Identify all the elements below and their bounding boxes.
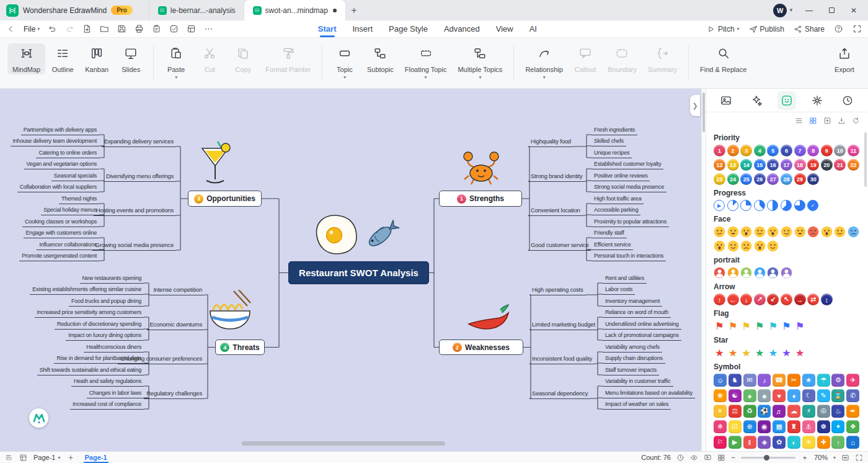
portrait-sticker[interactable] <box>727 267 739 279</box>
priority-sticker-29[interactable]: 29 <box>794 173 806 185</box>
star-sticker[interactable]: ★ <box>794 347 806 359</box>
symbol-sticker[interactable]: ⚽ <box>758 405 771 418</box>
face-sticker[interactable] <box>740 226 752 238</box>
star-sticker[interactable]: ★ <box>727 347 739 359</box>
symbol-sticker[interactable]: ✎ <box>817 389 830 402</box>
priority-sticker-1[interactable]: 1 <box>714 145 725 156</box>
arrow-sticker[interactable]: ↖ <box>781 294 792 305</box>
symbol-sticker[interactable]: ◈ <box>758 436 771 449</box>
flag-sticker[interactable]: ⚑ <box>754 320 766 332</box>
symbol-sticker[interactable]: ♜ <box>787 420 800 433</box>
symbol-sticker[interactable]: ♪ <box>758 374 771 387</box>
leaf-topic[interactable]: Labor costs <box>603 285 635 295</box>
leaf-topic[interactable]: Staff turnover impacts <box>603 366 659 375</box>
leaf-topic[interactable]: Food trucks and popup dining <box>69 297 144 307</box>
layout-icon[interactable] <box>187 24 196 34</box>
fish-image[interactable] <box>361 213 402 255</box>
tab-page-style[interactable]: Page Style <box>389 20 428 37</box>
symbol-sticker[interactable]: ♞ <box>728 374 742 387</box>
main-topic-weaknesses[interactable]: 2Weaknesses <box>439 339 523 355</box>
priority-sticker-24[interactable]: 24 <box>727 173 739 185</box>
zoom-out-button[interactable]: − <box>731 453 735 462</box>
leaf-topic[interactable]: Reliance on word of mouth <box>603 308 671 318</box>
leaf-topic[interactable]: Catering to online orders <box>36 148 99 158</box>
find-replace-button[interactable]: Find & Replace <box>695 43 751 74</box>
face-sticker[interactable] <box>714 226 725 238</box>
leaf-topic[interactable]: Existing establishments offering similar… <box>30 285 144 295</box>
symbol-sticker[interactable]: ✚ <box>817 436 830 449</box>
grid-view-icon[interactable] <box>717 454 725 462</box>
face-sticker[interactable] <box>754 226 766 238</box>
subtopic[interactable]: Strong brand identity <box>528 171 585 182</box>
pitch-button[interactable]: Pitch▾ <box>707 25 740 34</box>
leaf-topic[interactable]: Proximity to popular attractions <box>591 217 669 227</box>
symbol-sticker[interactable]: ⚐ <box>714 436 727 449</box>
subtopic[interactable]: Convenient location <box>528 205 583 216</box>
list-view-icon[interactable] <box>795 117 803 125</box>
arrow-sticker[interactable]: ↗ <box>754 294 766 305</box>
priority-sticker-3[interactable]: 3 <box>740 145 752 156</box>
preview-icon[interactable] <box>690 454 698 462</box>
noodles-image[interactable] <box>206 290 254 335</box>
star-sticker[interactable]: ★ <box>714 347 725 359</box>
portrait-sticker[interactable] <box>767 267 779 279</box>
progress-sticker[interactable] <box>781 200 792 211</box>
redo-icon[interactable] <box>65 24 74 34</box>
leaf-topic[interactable]: Cooking classes or workshops <box>22 217 99 227</box>
leaf-topic[interactable]: Strong social media presence <box>591 182 666 192</box>
symbol-sticker[interactable]: ♨ <box>831 405 844 418</box>
progress-sticker[interactable] <box>740 200 751 211</box>
leaf-topic[interactable]: Changes in labor laws <box>87 389 144 398</box>
symbol-sticker[interactable]: ☯ <box>728 389 742 402</box>
star-sticker[interactable]: ★ <box>781 347 792 359</box>
portrait-sticker[interactable] <box>714 267 725 279</box>
progress-sticker[interactable] <box>767 200 778 211</box>
page-selector[interactable]: Page-1▾ <box>33 454 61 461</box>
leaf-topic[interactable]: Partnerships with delivery apps <box>21 125 99 135</box>
flag-sticker[interactable]: ⚑ <box>727 320 739 332</box>
help-icon[interactable] <box>834 24 843 34</box>
symbol-sticker[interactable]: ✂ <box>787 374 800 387</box>
priority-sticker-27[interactable]: 27 <box>767 173 779 185</box>
task-icon[interactable] <box>169 24 179 34</box>
zoom-level[interactable]: 70% <box>814 454 828 461</box>
main-topic-strengths[interactable]: 1Strengths <box>439 191 522 207</box>
flag-sticker[interactable]: ⚑ <box>740 320 752 332</box>
tab-ai[interactable]: AI <box>529 20 537 37</box>
fullscreen-icon[interactable] <box>852 24 862 34</box>
symbol-sticker[interactable]: ♣ <box>758 389 771 402</box>
symbol-sticker[interactable]: ♻ <box>743 405 756 418</box>
progress-sticker[interactable]: ▶ <box>714 200 725 211</box>
flag-sticker[interactable]: ⚑ <box>767 320 779 332</box>
symbol-sticker[interactable]: ☸ <box>817 420 830 433</box>
subtopic[interactable]: Good customer service <box>528 240 591 251</box>
horizontal-scrollbar[interactable] <box>242 441 445 446</box>
face-sticker[interactable] <box>794 226 806 238</box>
face-sticker[interactable] <box>740 240 752 252</box>
page-tab[interactable]: Page-1 <box>81 454 111 461</box>
leaf-topic[interactable]: Accessible parking <box>591 205 640 215</box>
progress-sticker[interactable] <box>727 200 738 211</box>
symbol-sticker[interactable]: ▶ <box>728 436 742 449</box>
multiple-topics-button[interactable]: Multiple Topics▾ <box>453 43 507 81</box>
flag-sticker[interactable]: ⚑ <box>794 320 806 332</box>
arrow-sticker[interactable]: ↕ <box>821 294 833 305</box>
cocktail-image[interactable] <box>197 140 233 192</box>
symbol-sticker[interactable]: ⚡ <box>802 405 815 418</box>
minimize-button[interactable]: — <box>802 6 816 15</box>
refresh-icon[interactable] <box>852 117 860 125</box>
leaf-topic[interactable]: Positive online reviews <box>591 171 650 181</box>
insert-icon[interactable] <box>823 117 831 125</box>
vertical-scrollbar[interactable] <box>701 89 706 451</box>
subtopic[interactable]: Regulatory challenges <box>144 389 205 399</box>
symbol-sticker[interactable]: ☑ <box>728 420 742 433</box>
priority-sticker-30[interactable]: 30 <box>807 173 819 185</box>
clipart-tab-icon[interactable] <box>717 91 735 110</box>
priority-sticker-5[interactable]: 5 <box>767 145 779 156</box>
leaf-topic[interactable]: High foot traffic area <box>591 194 644 204</box>
priority-sticker-19[interactable]: 19 <box>807 159 819 171</box>
leaf-topic[interactable]: Variability in customer traffic <box>603 377 673 387</box>
leaf-topic[interactable]: Impact of weather on sales <box>603 400 671 410</box>
face-sticker[interactable] <box>848 226 859 238</box>
new-document-tab-button[interactable]: + <box>345 0 363 20</box>
